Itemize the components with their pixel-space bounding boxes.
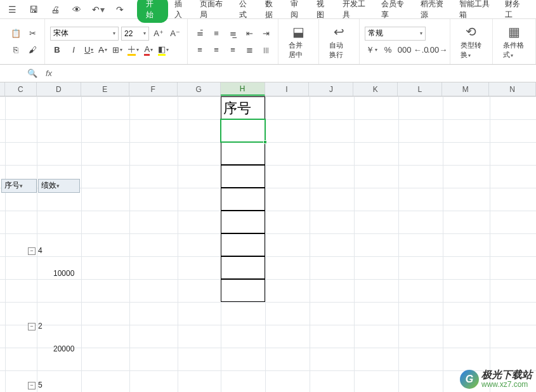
currency-button[interactable]: ￥▾	[365, 43, 379, 57]
pivot-row-value: 20000	[53, 344, 74, 353]
fx-label[interactable]: fx	[46, 69, 52, 78]
wrap-text-button[interactable]: ↩ 自动换行	[324, 24, 354, 60]
align-left-icon[interactable]: ≡	[193, 43, 207, 57]
increase-font-icon[interactable]: A⁺	[152, 27, 166, 41]
font-select[interactable]: 宋体▾	[50, 27, 119, 41]
outline-collapse-button[interactable]: −	[28, 382, 36, 389]
redo-icon[interactable]: ↷	[113, 3, 127, 16]
preview-icon[interactable]: 👁	[70, 3, 84, 16]
merge-icon: ⬓	[292, 24, 304, 39]
col-header-e[interactable]: E	[81, 82, 129, 96]
col-header-c[interactable]: C	[5, 82, 37, 96]
italic-button[interactable]: I	[67, 43, 81, 57]
bordered-cell[interactable]	[221, 256, 265, 279]
col-header-k[interactable]: K	[353, 82, 398, 96]
bordered-cell[interactable]	[221, 188, 265, 211]
bordered-cell[interactable]	[221, 165, 265, 188]
outline-collapse-button[interactable]: −	[28, 247, 36, 255]
pivot-row-value: 10000	[53, 269, 74, 278]
underline-button[interactable]: U▾	[83, 43, 95, 57]
bold-button[interactable]: B	[50, 43, 64, 57]
decrease-font-icon[interactable]: A⁻	[168, 27, 182, 41]
pivot-header-seq[interactable]: 序号▾	[1, 179, 37, 193]
col-header-d[interactable]: D	[37, 82, 81, 96]
copy-icon[interactable]: ⎘	[9, 43, 23, 57]
comma-style-button[interactable]: 000	[398, 43, 412, 57]
align-right-icon[interactable]: ≡	[226, 43, 240, 57]
cut-icon[interactable]: ✂	[25, 27, 39, 41]
justify-icon[interactable]: ≣	[242, 43, 256, 57]
selected-cell[interactable]	[220, 119, 266, 143]
undo-icon[interactable]: ↶▾	[91, 3, 105, 16]
zoom-icon[interactable]: 🔍	[25, 67, 39, 81]
pivot-row-label: 4	[38, 246, 42, 255]
pivot-header-perf[interactable]: 绩效▾	[38, 179, 80, 193]
cond-format-icon: ▦	[508, 24, 520, 39]
decrease-decimal-icon[interactable]: .00→	[431, 43, 445, 57]
pivot-row-label: 5	[38, 381, 42, 389]
watermark-logo-icon	[460, 370, 479, 389]
align-middle-icon[interactable]: ≡	[209, 27, 223, 41]
watermark-url: www.xz7.com	[481, 381, 532, 389]
indent-left-icon[interactable]: ⇤	[242, 27, 256, 41]
fill-handle[interactable]	[263, 140, 267, 144]
border-button[interactable]: ⊞▾	[111, 43, 124, 57]
bordered-cell[interactable]	[221, 96, 265, 119]
indent-right-icon[interactable]: ⇥	[259, 27, 273, 41]
increase-decimal-icon[interactable]: ←.0	[414, 43, 428, 57]
col-header-i[interactable]: I	[265, 82, 310, 96]
col-header-h[interactable]: H	[221, 82, 265, 96]
wrap-icon: ↩	[334, 24, 344, 39]
font-color-button[interactable]: A▾	[143, 43, 154, 57]
strikethrough-button[interactable]: A̶▾	[97, 43, 108, 57]
font-size-select[interactable]: 22▾	[121, 27, 149, 41]
bordered-cell[interactable]	[221, 211, 265, 233]
fill-color-button[interactable]: 🞡▾	[126, 43, 140, 57]
pivot-row-label: 2	[38, 322, 42, 330]
align-bottom-icon[interactable]: ≡̲	[226, 27, 240, 41]
save-icon[interactable]: 🖫	[27, 3, 41, 16]
merge-center-button[interactable]: ⬓ 合并居中	[284, 24, 313, 60]
number-format-select[interactable]: 常规▾	[365, 27, 426, 41]
type-convert-button[interactable]: ⟲ 类型转换▾	[455, 24, 488, 60]
align-center-icon[interactable]: ≡	[209, 43, 223, 57]
distribute-icon[interactable]: ⫼	[259, 43, 273, 57]
align-top-icon[interactable]: ≡̄	[193, 27, 207, 41]
col-header-g[interactable]: G	[178, 82, 221, 96]
format-painter-icon[interactable]: 🖌	[25, 43, 39, 57]
paste-icon[interactable]: 📋	[9, 27, 23, 41]
col-header-l[interactable]: L	[398, 82, 442, 96]
percent-button[interactable]: %	[381, 43, 395, 57]
menu-icon[interactable]: ☰	[5, 3, 19, 16]
col-header-j[interactable]: J	[309, 82, 353, 96]
highlight-button[interactable]: ◧▾	[157, 43, 170, 57]
watermark-title: 极光下载站	[481, 369, 532, 381]
col-header-n[interactable]: N	[489, 82, 536, 96]
bordered-cell[interactable]	[221, 142, 265, 165]
convert-icon: ⟲	[466, 24, 476, 39]
bordered-cell[interactable]	[221, 233, 265, 256]
print-icon[interactable]: 🖨	[48, 3, 62, 16]
outline-collapse-button[interactable]: −	[28, 323, 36, 330]
col-header-m[interactable]: M	[442, 82, 489, 96]
col-header-f[interactable]: F	[129, 82, 178, 96]
bordered-cell[interactable]	[221, 279, 265, 302]
conditional-format-button[interactable]: ▦ 条件格式▾	[498, 24, 530, 60]
watermark: 极光下载站 www.xz7.com	[460, 369, 532, 389]
